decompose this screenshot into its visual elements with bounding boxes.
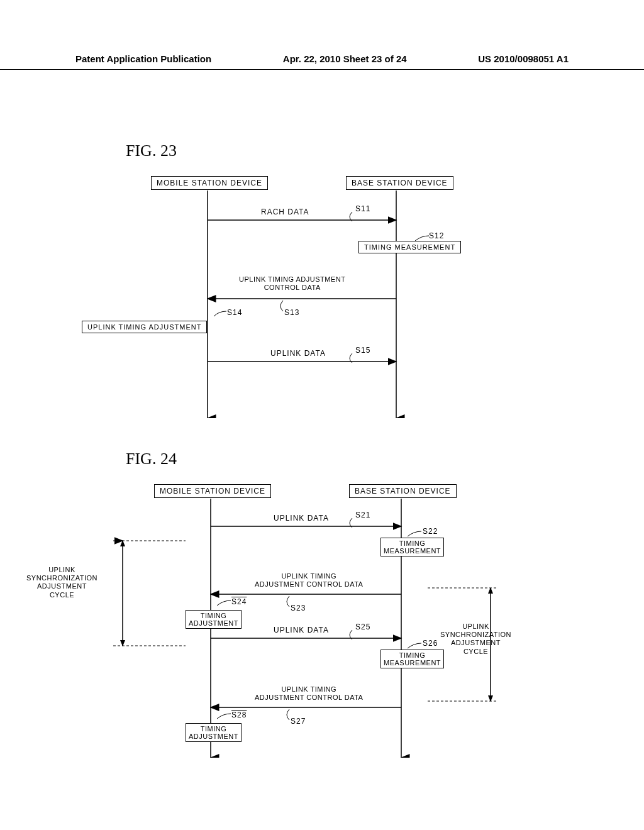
fig23-s14: S14 [227, 308, 242, 317]
fig24-s21-label: UPLINK DATA [274, 514, 329, 523]
fig24-mobile-box: MOBILE STATION DEVICE [154, 484, 271, 498]
fig23-diagram: MOBILE STATION DEVICE BASE STATION DEVIC… [101, 173, 543, 418]
fig24-s27: S27 [291, 717, 306, 726]
fig24-s23-label-l1: UPLINK TIMING [281, 572, 336, 580]
fig24-s24-box: TIMINGADJUSTMENT [186, 610, 242, 629]
fig23-s13-label-l1: UPLINK TIMING ADJUSTMENT [239, 275, 345, 283]
fig24-s22: S22 [423, 527, 438, 536]
fig23-base-box: BASE STATION DEVICE [346, 176, 453, 190]
fig24-s23-label: UPLINK TIMING ADJUSTMENT CONTROL DATA [255, 572, 363, 589]
fig24-left-cycle: UPLINKSYNCHRONIZATIONADJUSTMENTCYCLE [26, 566, 97, 599]
fig24-diagram: MOBILE STATION DEVICE BASE STATION DEVIC… [101, 481, 543, 758]
header-right: US 2010/0098051 A1 [478, 53, 569, 64]
fig24-s28-box: TIMINGADJUSTMENT [186, 723, 242, 742]
fig23-s15: S15 [355, 346, 370, 355]
fig23-s13-label-l2: CONTROL DATA [264, 284, 321, 291]
header-left: Patent Application Publication [75, 53, 211, 64]
fig23-s14-box: UPLINK TIMING ADJUSTMENT [82, 321, 207, 333]
fig23-title: FIG. 23 [126, 141, 177, 160]
fig24-s27-label-l1: UPLINK TIMING [281, 685, 336, 693]
fig24-title: FIG. 24 [126, 450, 177, 468]
fig24-s23-label-l2: ADJUSTMENT CONTROL DATA [255, 580, 363, 588]
fig24-s26-box: TIMINGMEASUREMENT [380, 650, 444, 668]
fig23-s12: S12 [429, 231, 444, 240]
fig24-right-cycle: UPLINKSYNCHRONIZATIONADJUSTMENTCYCLE [440, 622, 511, 656]
fig24-s25: S25 [355, 622, 370, 631]
fig24-s23: S23 [291, 604, 306, 612]
fig23-s11: S11 [355, 204, 370, 213]
fig24-s24: S24 [231, 597, 247, 606]
fig24-s28: S28 [231, 711, 247, 719]
fig24-s22-box: TIMINGMEASUREMENT [380, 538, 444, 556]
fig24-s27-label-l2: ADJUSTMENT CONTROL DATA [255, 694, 363, 701]
fig23-s11-label: RACH DATA [261, 208, 309, 216]
fig23-s13: S13 [284, 308, 299, 317]
fig24-s27-label: UPLINK TIMING ADJUSTMENT CONTROL DATA [255, 685, 363, 702]
fig24-s26: S26 [423, 639, 438, 648]
header-center: Apr. 22, 2010 Sheet 23 of 24 [283, 53, 407, 64]
fig24-s25-label: UPLINK DATA [274, 626, 329, 634]
fig23-s12-box: TIMING MEASUREMENT [358, 241, 461, 253]
fig23-mobile-box: MOBILE STATION DEVICE [151, 176, 268, 190]
fig24-s21: S21 [355, 511, 370, 519]
fig23-s15-label: UPLINK DATA [270, 349, 326, 358]
fig23-s13-label: UPLINK TIMING ADJUSTMENT CONTROL DATA [239, 275, 345, 292]
fig24-base-box: BASE STATION DEVICE [349, 484, 457, 498]
page-header: Patent Application Publication Apr. 22, … [0, 53, 644, 70]
